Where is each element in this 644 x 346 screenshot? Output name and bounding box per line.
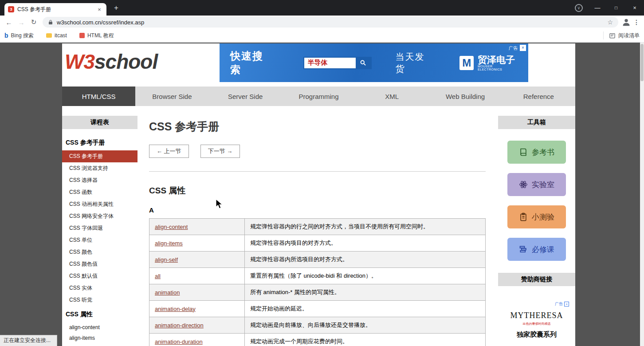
html-icon [79,33,85,38]
property-cell: animation-delay [149,301,245,317]
table-row: animation-direction规定动画是向前播放、向后播放还是交替播放。 [149,317,486,334]
reading-list-label: 阅读清单 [618,32,640,39]
reading-list-button[interactable]: 阅读清单 [603,31,640,39]
sidebar-item[interactable]: CSS 字体回退 [62,222,137,234]
property-link[interactable]: animation-duration [155,338,203,345]
profile-avatar-icon[interactable] [621,17,632,28]
bookmark-item[interactable]: bBing 搜索 [4,32,34,39]
content-area: 课程表 CSS 参考手册CSS 参考手册CSS 浏览器支持CSS 选择器CSS … [62,106,575,346]
sidebar-item[interactable]: CSS 实体 [62,282,137,294]
property-cell: animation [149,284,245,301]
property-link[interactable]: align-items [155,240,183,247]
nav-tab-server-side[interactable]: Server Side [209,86,282,106]
property-cell: animation-duration [149,334,245,346]
divider [149,171,486,172]
prev-section-button[interactable]: ← 上一节 [149,145,189,158]
sidebar-item[interactable]: CSS 颜色 [62,246,137,258]
ad-brand: M 贸泽电子 MOUSER ELECTRONICS [459,55,518,71]
sidebar-item[interactable]: CSS 浏览器支持 [62,162,137,174]
back-icon[interactable]: ← [3,19,15,26]
toolbox-button-required-course[interactable]: 必修课 [507,238,566,261]
sidebar-item[interactable]: CSS 函数 [62,186,137,198]
sponsor-ad-close-icon[interactable]: × [564,302,569,307]
property-link[interactable]: all [155,273,161,279]
forward-icon[interactable]: → [15,19,27,26]
toolbox-button-quiz[interactable]: 小测验 [507,205,566,228]
property-link[interactable]: align-self [155,256,178,263]
scrollbar-thumb[interactable] [640,44,644,81]
toolbox-button-label: 小测验 [532,212,554,222]
sidebar-item[interactable]: CSS 参考手册 [62,150,137,162]
ad-search-input[interactable] [304,58,356,68]
sidebar-item[interactable]: CSS 动画相关属性 [62,198,137,210]
toolbox-button-lab[interactable]: 实验室 [507,173,566,196]
sponsor-brand: MYTHERESA [503,311,570,320]
sidebar-item[interactable]: CSS 颜色值 [62,258,137,270]
sidebar-item[interactable]: CSS 选择器 [62,174,137,186]
next-section-button[interactable]: 下一节 → [200,145,240,158]
bookmark-label: itcast [55,32,67,39]
sidebar-item[interactable]: CSS 网络安全字体 [62,210,137,222]
property-link[interactable]: align-content [155,224,188,230]
sidebar-item[interactable]: align-self [62,343,137,346]
property-link[interactable]: animation-direction [155,322,204,329]
bookmark-item[interactable]: itcast [46,32,67,39]
nav-tab-reference[interactable]: Reference [502,86,575,106]
bookmark-star-icon[interactable]: ☆ [607,19,613,26]
media-controls-button[interactable]: ∨ [569,4,588,12]
bookmarks-bar: bBing 搜索itcastHTML 教程 阅读清单 [0,29,644,43]
table-row: animation所有 animation-* 属性的简写属性。 [149,284,486,301]
tab-close-icon[interactable]: × [96,6,103,13]
nav-tab-web-building[interactable]: Web Building [428,86,502,106]
tab-title: CSS 参考手册 [17,6,93,13]
sponsor-ad[interactable]: 广告 × MYTHERESA 出色的奢侈时尚精选 独家胶囊系列 [503,301,570,339]
sidebar-item[interactable]: CSS 默认值 [62,270,137,282]
top-ad-banner[interactable]: 快速搜索 当天发货 M 贸泽电子 MOUSER ELECTRONICS [220,43,528,82]
sidebar-item[interactable]: CSS 听觉 [62,294,137,306]
properties-table-body: align-content规定弹性容器内的行之间的对齐方式，当项目不使用所有可用… [149,219,486,346]
scrollbar[interactable] [640,43,644,346]
sidebar-item[interactable]: CSS 单位 [62,234,137,246]
sponsor-header: 赞助商链接 [498,273,575,286]
browser-tab[interactable]: 3 CSS 参考手册 × [4,3,106,16]
table-row: all重置所有属性（除了 unicode-bidi 和 direction）。 [149,268,486,284]
ad-brand-subtitle: MOUSER ELECTRONICS [478,65,518,71]
letter-heading: A [149,206,486,214]
nav-tab-html-css[interactable]: HTML/CSS [62,86,135,106]
nav-tab-programming[interactable]: Programming [282,86,355,106]
ad-headline: 快速搜索 [230,49,274,77]
toolbox-button-reference-book[interactable]: 参考书 [507,141,566,164]
properties-table: align-content规定弹性容器内的行之间的对齐方式，当项目不使用所有可用… [149,218,486,346]
toolbox-button-label: 参考书 [532,147,554,157]
new-tab-button[interactable]: + [112,4,121,12]
address-bar[interactable]: w3school.com.cn/cssref/index.asp ☆ [43,17,618,28]
sidebar-item[interactable]: align-content [62,322,137,333]
browser-menu-icon[interactable]: ⋮ [632,19,641,26]
left-sidebar: 课程表 CSS 参考手册CSS 参考手册CSS 浏览器支持CSS 选择器CSS … [62,116,137,346]
sidebar-item[interactable]: align-items [62,333,137,343]
ad-search-group [303,57,372,69]
page-title: CSS 参考手册 [149,119,486,134]
reading-list-icon [609,32,616,39]
nav-tab-xml[interactable]: XML [355,86,428,106]
logo-school: school [94,50,157,73]
nav-tab-browser-side[interactable]: Browser Side [135,86,208,106]
table-row: align-items规定弹性容器内项目的对齐方式。 [149,235,486,252]
clipboard-icon [519,212,528,221]
property-cell: animation-direction [149,317,245,334]
maximize-button[interactable]: □ [607,5,625,10]
sponsor-ad-badge-label: 广告 [555,301,563,307]
page-viewport: W3school 快速搜索 当天发货 M 贸泽电子 MOUS [0,43,640,346]
minimize-button[interactable]: — [588,4,607,11]
ad-search-button[interactable] [356,58,371,68]
property-link[interactable]: animation [155,289,180,296]
main-content: CSS 参考手册 ← 上一节 下一节 → CSS 属性 A align-cont… [137,116,498,346]
ad-close-icon[interactable]: × [520,45,526,51]
property-link[interactable]: animation-delay [155,306,196,312]
toolbox-button-label: 实验室 [532,180,554,190]
w3school-logo[interactable]: W3school [65,50,157,74]
reload-icon[interactable]: ↻ [27,18,40,26]
property-cell: align-content [149,219,245,235]
bookmark-item[interactable]: HTML 教程 [79,32,114,39]
close-button[interactable]: × [625,4,644,11]
